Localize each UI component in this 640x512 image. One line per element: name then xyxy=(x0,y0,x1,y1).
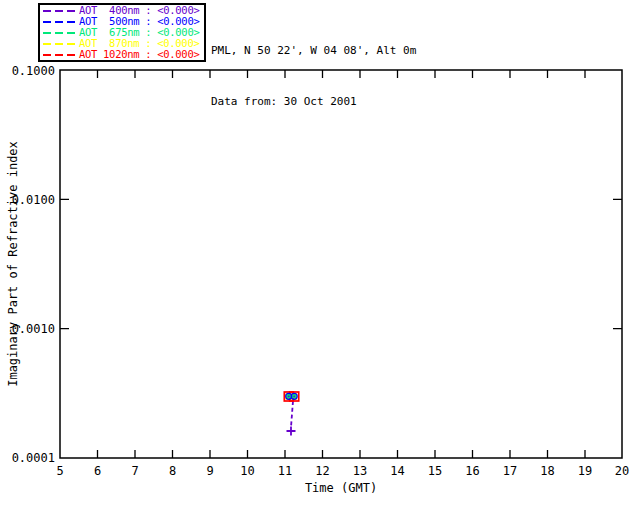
y-axis-ticks-right xyxy=(613,199,622,328)
x-tick-label: 19 xyxy=(578,464,592,478)
x-tick-label: 12 xyxy=(315,464,329,478)
y-axis-title: Imaginary Part of Refractive index xyxy=(6,141,20,387)
x-tick-label: 16 xyxy=(465,464,479,478)
plot-frame xyxy=(60,70,622,458)
x-axis-ticks-bottom xyxy=(98,450,586,458)
x-tick-label: 18 xyxy=(540,464,554,478)
x-tick-label: 14 xyxy=(390,464,404,478)
series-400nm-dashed-line xyxy=(291,401,293,427)
plot-page: AOT 400nm : <0.000> AOT 500nm : <0.000> … xyxy=(0,0,640,512)
y-tick-label: 0.1000 xyxy=(12,64,55,78)
x-tick-label: 11 xyxy=(278,464,292,478)
x-tick-label: 13 xyxy=(353,464,367,478)
y-axis-ticks-left xyxy=(60,199,69,328)
x-tick-label: 9 xyxy=(206,464,213,478)
plus-marker xyxy=(287,427,296,436)
x-axis-ticks-top xyxy=(98,70,586,78)
x-tick-label: 6 xyxy=(94,464,101,478)
x-tick-label: 5 xyxy=(56,464,63,478)
x-tick-label: 20 xyxy=(615,464,629,478)
y-tick-label: 0.0001 xyxy=(12,451,55,465)
x-tick-label: 7 xyxy=(131,464,138,478)
x-tick-label: 15 xyxy=(428,464,442,478)
series-400nm xyxy=(287,401,296,436)
data-point-cluster xyxy=(284,392,298,401)
dot-marker-400nm xyxy=(288,395,290,397)
x-tick-label: 10 xyxy=(240,464,254,478)
x-tick-label: 8 xyxy=(169,464,176,478)
dot-marker-400nm xyxy=(293,395,295,397)
chart-area: 0.1000 0.0100 0.0010 0.0001 5 6 7 8 9 10… xyxy=(0,0,640,512)
x-tick-label: 17 xyxy=(503,464,517,478)
x-axis-title: Time (GMT) xyxy=(305,481,377,495)
